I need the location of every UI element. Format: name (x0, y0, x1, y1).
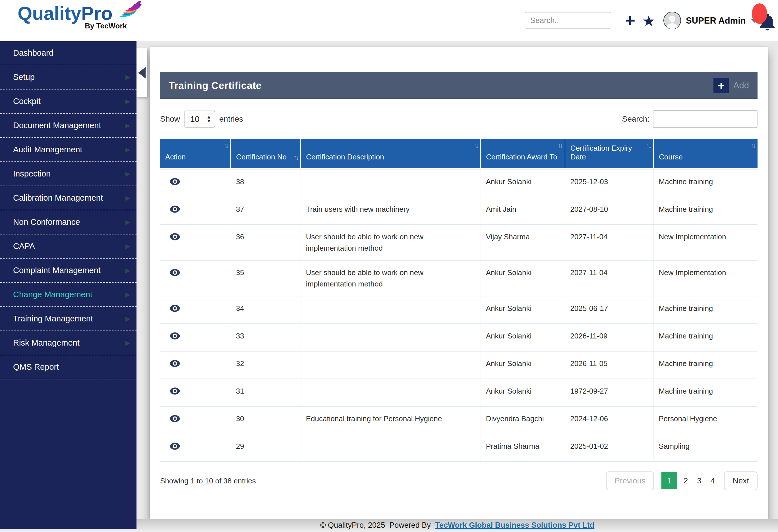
sidebar-item-document-management[interactable]: Document Management ▶ (0, 114, 137, 138)
view-eye-icon[interactable] (169, 413, 180, 424)
sidebar-item-inspection[interactable]: Inspection ▶ (0, 162, 137, 186)
footer-company-link[interactable]: TecWork Global Business Solutions Pvt Lt… (435, 521, 594, 529)
sidebar-item-risk-management[interactable]: Risk Management ▶ (0, 331, 137, 355)
certification-description-cell: Educational training for Personal Hygien… (301, 407, 481, 434)
sidebar-collapse-button[interactable] (137, 48, 147, 97)
view-eye-icon[interactable] (169, 231, 180, 243)
certification-award-to-cell: Vijay Sharma (481, 225, 565, 260)
table-row: 37 Train users with new machinery Amit J… (160, 197, 758, 225)
sidebar-item-training-management[interactable]: Training Management ▶ (0, 307, 137, 331)
table-body: 38 Ankur Solanki 2025-12-03 Machine trai… (160, 169, 758, 462)
course-cell: Machine training (653, 197, 758, 225)
column-header-certification-expiry-date[interactable]: Certification Expiry Date ↑↓ (565, 139, 653, 169)
column-header-certification-no[interactable]: Certification No ↑↓ (231, 139, 301, 169)
certification-description-cell (301, 169, 481, 197)
sidebar-item-setup[interactable]: Setup ▶ (0, 65, 137, 90)
sidebar-item-cockpit[interactable]: Cockpit ▶ (0, 90, 137, 114)
table-search-group: Search: (622, 110, 758, 128)
sidebar-item-capa[interactable]: CAPA ▶ (0, 235, 137, 259)
table-row: 30 Educational training for Personal Hyg… (160, 407, 758, 434)
certification-expiry-date-cell: 2025-01-02 (565, 434, 653, 461)
sidebar-item-change-management[interactable]: Change Management ▶ (0, 283, 137, 307)
certification-no-cell: 38 (231, 169, 301, 197)
table-search-label: Search: (622, 114, 650, 123)
page-number-1[interactable]: 1 (662, 472, 677, 490)
column-header-course[interactable]: Course ↑↓ (653, 139, 758, 169)
certification-award-to-cell: Divyendra Bagchi (481, 407, 565, 434)
sidebar: Dashboard Setup ▶ Cockpit ▶ Document Man… (0, 41, 137, 529)
course-cell: Machine training (653, 169, 758, 197)
favorites-star-icon[interactable]: ★ (642, 7, 655, 35)
certification-no-cell: 32 (231, 351, 301, 379)
sidebar-item-calibration-management[interactable]: Calibration Management ▶ (0, 186, 137, 210)
global-search-input[interactable] (525, 12, 611, 29)
sidebar-item-label: Audit Management (13, 145, 82, 154)
sidebar-item-qms-report[interactable]: QMS Report (0, 355, 137, 379)
column-header-certification-award-to[interactable]: Certification Award To ↑↓ (481, 139, 565, 169)
notifications[interactable] (751, 2, 777, 39)
copyright-text: © QualityPro, 2025 (320, 521, 385, 529)
column-header-action[interactable]: Action ↑↓ (160, 139, 231, 169)
course-cell: Machine training (653, 379, 758, 407)
submenu-arrow-icon: ▶ (126, 315, 130, 323)
certification-award-to-cell: Amit Jain (481, 197, 565, 225)
submenu-arrow-icon: ▶ (126, 98, 130, 105)
action-cell (160, 434, 231, 461)
view-eye-icon[interactable] (169, 203, 180, 215)
sidebar-item-label: Cockpit (13, 97, 41, 106)
page-numbers: 1234 (662, 476, 719, 485)
view-eye-icon[interactable] (169, 267, 180, 278)
sidebar-item-label: Dashboard (13, 48, 54, 58)
page-size-select[interactable]: 10 ▲▼ (184, 110, 215, 127)
view-eye-icon[interactable] (169, 303, 180, 314)
certification-expiry-date-cell: 2026-11-05 (565, 351, 653, 379)
table-row: 34 Ankur Solanki 2025-06-17 Machine trai… (160, 296, 758, 324)
action-cell (160, 407, 231, 434)
submenu-arrow-icon: ▶ (126, 339, 130, 347)
entries-summary: Showing 1 to 10 of 38 entries (160, 476, 256, 485)
view-eye-icon[interactable] (169, 176, 180, 187)
page-number-4[interactable]: 4 (706, 472, 720, 490)
certification-description-cell: User should be able to work on new imple… (301, 260, 481, 296)
collapse-arrow-icon (138, 67, 146, 78)
certification-expiry-date-cell: 2026-11-09 (565, 324, 653, 351)
action-cell (160, 225, 231, 260)
sidebar-item-label: Risk Management (13, 338, 80, 348)
certification-award-to-cell: Ankur Solanki (481, 351, 565, 379)
show-label: Show (160, 114, 180, 123)
certification-award-to-cell: Ankur Solanki (481, 379, 565, 407)
user-menu[interactable]: SUPER Admin (686, 0, 757, 41)
sidebar-item-complaint-management[interactable]: Complaint Management ▶ (0, 259, 137, 283)
view-eye-icon[interactable] (169, 330, 180, 342)
content-card: Training Certificate + Add Show 10 ▲▼ en… (150, 47, 768, 519)
view-eye-icon[interactable] (169, 441, 180, 452)
column-header-certification-description[interactable]: Certification Description ↑↓ (301, 139, 481, 169)
page-number-3[interactable]: 3 (692, 472, 706, 490)
table-row: 29 Pratima Sharma 2025-01-02 Sampling (160, 434, 758, 461)
quick-add-icon[interactable]: + (625, 6, 635, 35)
sidebar-item-dashboard[interactable]: Dashboard (0, 41, 137, 65)
view-eye-icon[interactable] (169, 385, 180, 397)
main-area: Training Certificate + Add Show 10 ▲▼ en… (137, 41, 778, 519)
certification-description-cell: Train users with new machinery (301, 197, 481, 225)
action-cell (160, 296, 231, 324)
action-cell (160, 351, 231, 379)
course-cell: New Implementation (653, 225, 758, 260)
action-cell (160, 260, 231, 296)
table-search-input[interactable] (653, 110, 758, 128)
page-number-2[interactable]: 2 (679, 472, 693, 490)
avatar[interactable] (663, 11, 681, 29)
sidebar-item-label: Inspection (13, 169, 51, 178)
page-size-value: 10 (190, 114, 207, 124)
certification-no-cell: 34 (231, 296, 301, 324)
next-page-button[interactable]: Next (724, 471, 758, 490)
sidebar-item-non-conformance[interactable]: Non Conformance ▶ (0, 210, 137, 235)
certification-no-cell: 29 (231, 434, 301, 461)
view-eye-icon[interactable] (169, 358, 180, 369)
submenu-arrow-icon: ▶ (126, 74, 130, 81)
sidebar-item-audit-management[interactable]: Audit Management ▶ (0, 138, 137, 162)
sidebar-item-label: CAPA (13, 242, 35, 251)
action-cell (160, 197, 231, 225)
previous-page-button[interactable]: Previous (606, 471, 654, 490)
add-button[interactable]: + Add (713, 78, 749, 93)
